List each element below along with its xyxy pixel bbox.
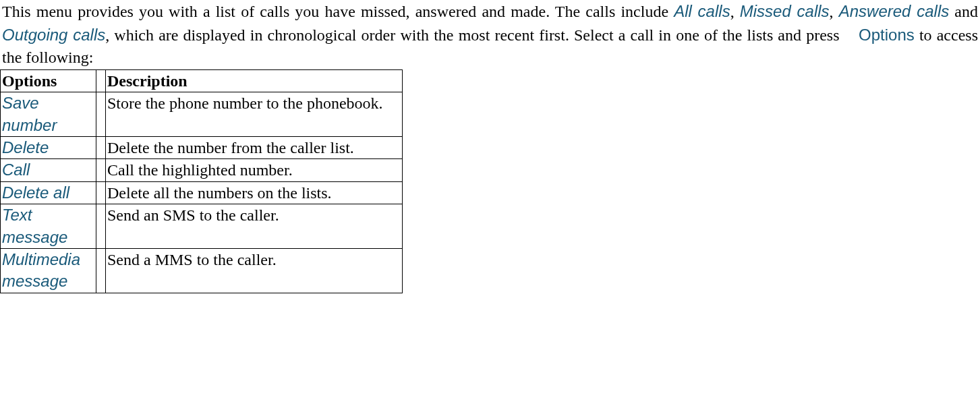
description-save-number: Store the phone number to the phonebook. bbox=[106, 92, 403, 137]
row-gap bbox=[96, 181, 106, 204]
link-answered-calls: Answered calls bbox=[839, 2, 950, 20]
description-delete-all: Delete all the numbers on the lists. bbox=[106, 181, 403, 204]
table-row: Multimedia message Send a MMS to the cal… bbox=[1, 248, 403, 293]
header-gap bbox=[96, 69, 106, 92]
option-text-message: Text message bbox=[1, 204, 96, 249]
option-delete-all: Delete all bbox=[1, 181, 96, 204]
link-all-calls: All calls bbox=[674, 2, 730, 20]
row-gap bbox=[96, 204, 106, 249]
description-text-message: Send an SMS to the caller. bbox=[106, 204, 403, 249]
link-outgoing-calls: Outgoing calls bbox=[2, 26, 105, 44]
link-options: Options bbox=[859, 26, 915, 44]
option-save-number: Save number bbox=[1, 92, 96, 137]
table-row: Save number Store the phone number to th… bbox=[1, 92, 403, 137]
option-delete: Delete bbox=[1, 136, 96, 158]
intro-paragraph: This menu provides you with a list of ca… bbox=[0, 0, 980, 69]
row-gap bbox=[96, 136, 106, 158]
header-description: Description bbox=[106, 69, 403, 92]
table-row: Delete all Delete all the numbers on the… bbox=[1, 181, 403, 204]
sep3: and bbox=[949, 3, 978, 20]
row-gap bbox=[96, 92, 106, 137]
row-gap bbox=[96, 248, 106, 293]
table-row: Call Call the highlighted number. bbox=[1, 159, 403, 181]
options-table-wrap: Options Description Save number Store th… bbox=[0, 69, 403, 293]
option-multimedia-message: Multimedia message bbox=[1, 248, 96, 293]
option-call: Call bbox=[1, 159, 96, 181]
description-multimedia-message: Send a MMS to the caller. bbox=[106, 248, 403, 293]
header-options: Options bbox=[1, 69, 96, 92]
table-row: Text message Send an SMS to the caller. bbox=[1, 204, 403, 249]
intro-text-1: This menu provides you with a list of ca… bbox=[2, 3, 674, 20]
intro-text-2: , which are displayed in chronological o… bbox=[105, 26, 844, 44]
description-call: Call the highlighted number. bbox=[106, 159, 403, 181]
sep1: , bbox=[730, 3, 740, 20]
table-header-row: Options Description bbox=[1, 69, 403, 92]
options-table: Options Description Save number Store th… bbox=[0, 69, 403, 293]
row-gap bbox=[96, 159, 106, 181]
link-missed-calls: Missed calls bbox=[740, 2, 830, 20]
table-row: Delete Delete the number from the caller… bbox=[1, 136, 403, 158]
description-delete: Delete the number from the caller list. bbox=[106, 136, 403, 158]
sep2: , bbox=[830, 3, 839, 20]
